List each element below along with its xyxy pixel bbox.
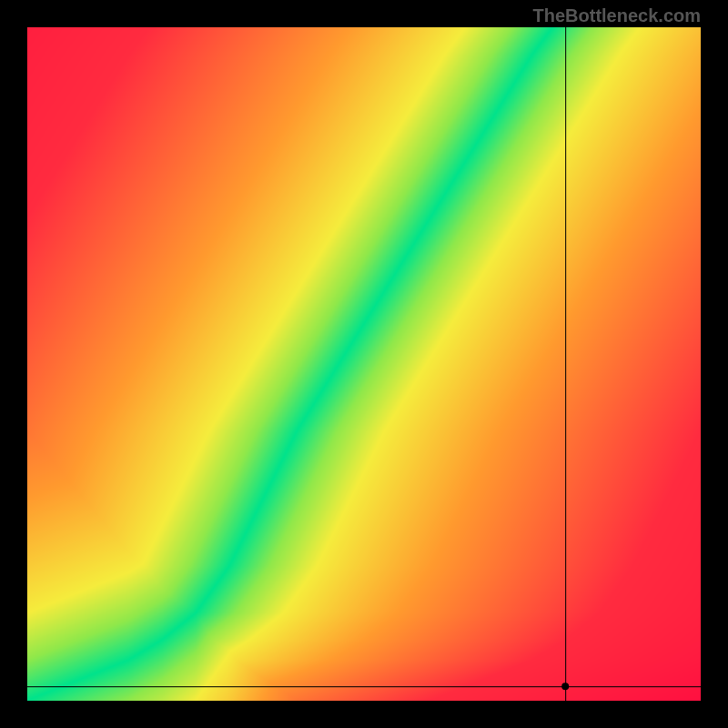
chart-container: TheBottleneck.com — [0, 0, 728, 728]
watermark-text: TheBottleneck.com — [533, 5, 701, 26]
bottleneck-heatmap — [27, 27, 701, 701]
